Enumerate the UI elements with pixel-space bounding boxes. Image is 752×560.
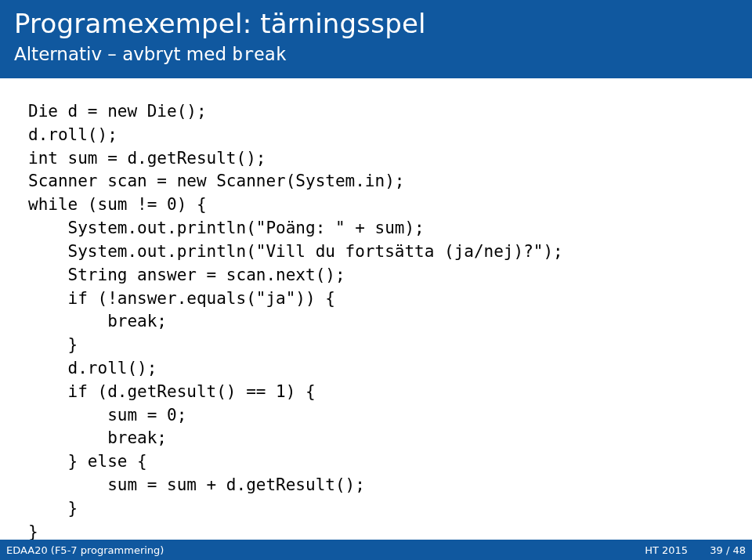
slide-subtitle: Alternativ – avbryt med break [14, 44, 738, 64]
footer-course: EDAA20 (F5-7 programmering) [6, 544, 164, 556]
slide: Programexempel: tärningsspel Alternativ … [0, 0, 752, 560]
code-block: Die d = new Die(); d.roll(); int sum = d… [28, 100, 724, 544]
slide-body: Die d = new Die(); d.roll(); int sum = d… [0, 78, 752, 544]
footer-term: HT 2015 [645, 544, 688, 556]
subtitle-code: break [232, 44, 286, 64]
footer-right: HT 2015 39 / 48 [645, 544, 746, 556]
slide-title: Programexempel: tärningsspel [14, 8, 738, 39]
slide-header: Programexempel: tärningsspel Alternativ … [0, 0, 752, 78]
footer-page: 39 / 48 [710, 544, 746, 556]
subtitle-text: Alternativ – avbryt med [14, 44, 232, 64]
slide-footer: EDAA20 (F5-7 programmering) HT 2015 39 /… [0, 540, 752, 560]
